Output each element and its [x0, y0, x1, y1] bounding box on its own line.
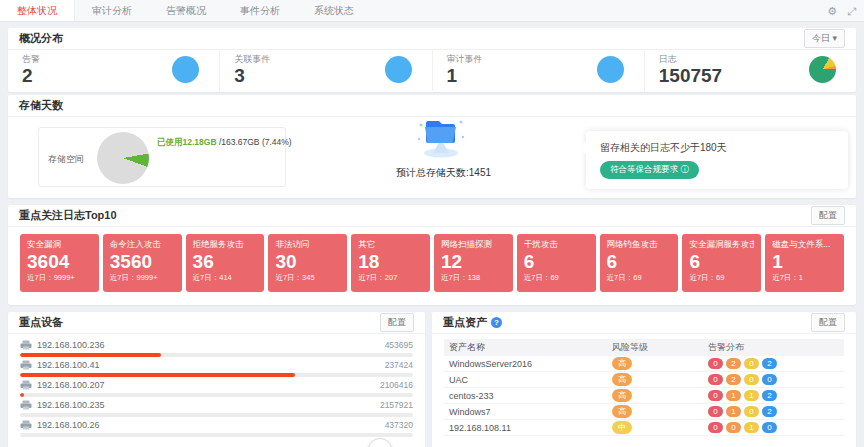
alert-badge-high: 1: [726, 406, 741, 417]
alert-badge-critical: 0: [708, 374, 723, 385]
alert-badge-high: 1: [726, 390, 741, 401]
asset-name: 192.168.108.11: [444, 423, 612, 433]
device-icon: [20, 340, 32, 350]
risk-badge: 高: [612, 405, 632, 418]
log-card-title: 网络钓鱼攻击: [607, 239, 672, 251]
gear-icon[interactable]: ⚙: [827, 5, 837, 18]
log-card-recent-value: 69: [633, 273, 641, 282]
log-card-title: 安全漏洞: [27, 239, 92, 251]
storage-days-label: 预计总存储天数:: [396, 167, 469, 178]
device-count: 2106416: [380, 380, 413, 390]
device-row[interactable]: 192.168.100.41 237424: [20, 359, 413, 379]
assets-card: 重点资产? 配置 资产名称 风险等级 告警分布 WindowsServer201…: [432, 312, 856, 447]
log-card[interactable]: 网络扫描探测 12 近7日：138: [434, 234, 513, 292]
log-card-value: 6: [689, 251, 754, 273]
log-card-recent-value: 1: [799, 273, 803, 282]
alert-badge-critical: 0: [708, 358, 723, 369]
log-card[interactable]: 安全漏洞 3604 近7日：9999+: [20, 234, 99, 292]
log-card[interactable]: 拒绝服务攻击 36 近7日：414: [186, 234, 265, 292]
storage-space-label: 存储空间: [48, 153, 84, 166]
asset-name: WindowsServer2016: [444, 359, 612, 369]
log-card-title: 非法访问: [275, 239, 340, 251]
stat-audit-events: 审计事件 1: [433, 50, 645, 91]
log-card-recent-label: 近7日：: [524, 273, 551, 282]
storage-used-text: 已使用12.18GB: [157, 137, 217, 147]
log-card[interactable]: 非法访问 30 近7日：345: [268, 234, 347, 292]
asset-row[interactable]: UAC 高 0 2 0 0: [444, 372, 844, 388]
risk-badge: 中: [612, 421, 632, 434]
log-card-value: 30: [275, 251, 340, 273]
log-card-recent-value: 9999+: [54, 273, 75, 282]
help-icon[interactable]: ?: [491, 317, 502, 328]
log-card-recent-label: 近7日：: [441, 273, 468, 282]
log-card-title: 磁盘与文件系...: [772, 239, 837, 251]
assets-config-button[interactable]: 配置: [811, 313, 845, 332]
device-row[interactable]: 192.168.100.236 453695: [20, 339, 413, 359]
alert-badge-low: 2: [762, 406, 777, 417]
alert-badge-medium: 0: [744, 406, 759, 417]
device-row[interactable]: 192.168.100.235 2157921: [20, 399, 413, 419]
device-bar-fill: [20, 373, 295, 377]
alert-badge-critical: 0: [708, 390, 723, 401]
asset-row[interactable]: 192.168.108.11 中 0 0 1 0: [444, 420, 844, 436]
device-count: 437320: [385, 420, 413, 430]
log-card[interactable]: 干扰攻击 6 近7日：69: [517, 234, 596, 292]
log-card-recent-value: 345: [302, 273, 315, 282]
device-count: 237424: [385, 360, 413, 370]
log-card-recent-label: 近7日：: [689, 273, 716, 282]
tab-event-analysis[interactable]: 事件分析: [223, 0, 297, 21]
info-icon: ⓘ: [680, 164, 689, 174]
asset-name: UAC: [444, 375, 612, 385]
asset-row[interactable]: centos-233 高 0 1 1 2: [444, 388, 844, 404]
log-card-recent-value: 69: [550, 273, 558, 282]
folder-icon: [413, 113, 469, 159]
log-card[interactable]: 安全漏洞服务攻击 6 近7日：69: [682, 234, 761, 292]
col-alert-distribution: 告警分布: [708, 341, 844, 354]
log-card-title: 干扰攻击: [524, 239, 589, 251]
alert-badge-low: 0: [762, 422, 777, 433]
log-card[interactable]: 其它 18 近7日：207: [351, 234, 430, 292]
log-card-value: 3560: [110, 251, 175, 273]
assets-title: 重点资产: [443, 316, 487, 328]
storage-space-box: 存储空间 已使用12.18GB /163.67GB (7.44%): [38, 127, 286, 187]
devices-card: 重点设备 配置 192.168.100.236 453695 192.168.1…: [8, 312, 425, 447]
device-icon: [20, 380, 32, 390]
audit-pie-chart: [597, 56, 624, 83]
log-card-recent-label: 近7日：: [193, 273, 220, 282]
asset-name: centos-233: [444, 391, 612, 401]
device-bar-track: [20, 353, 413, 357]
log-card[interactable]: 磁盘与文件系... 1 近7日：1: [765, 234, 844, 292]
log-card-title: 命令注入攻击: [110, 239, 175, 251]
devices-config-button[interactable]: 配置: [380, 313, 414, 332]
device-ip: 192.168.100.26: [37, 420, 100, 430]
stat-logs: 日志 150757: [645, 50, 856, 91]
asset-row[interactable]: WindowsServer2016 高 0 2 0 2: [444, 356, 844, 372]
log-card-value: 36: [193, 251, 258, 273]
log-card-title: 安全漏洞服务攻击: [689, 239, 754, 251]
log-card[interactable]: 网络钓鱼攻击 6 近7日：69: [600, 234, 679, 292]
top-logs-title: 重点关注日志Top10: [19, 208, 117, 223]
tab-system-status[interactable]: 系统状态: [297, 0, 371, 21]
device-bar-fill: [20, 353, 161, 357]
device-icon: [20, 420, 32, 430]
fullscreen-icon[interactable]: ⤢: [847, 5, 856, 18]
device-row[interactable]: 192.168.100.207 2106416: [20, 379, 413, 399]
period-dropdown[interactable]: 今日 ▾: [804, 29, 845, 48]
risk-badge: 高: [612, 389, 632, 402]
alert-badge-medium: 0: [744, 374, 759, 385]
overview-title: 概况分布: [19, 31, 63, 46]
tab-alert-overview[interactable]: 告警概况: [149, 0, 223, 21]
device-bar-track: [20, 433, 413, 437]
log-card-title: 网络扫描探测: [441, 239, 506, 251]
top-logs-config-button[interactable]: 配置: [811, 206, 845, 225]
tab-audit-analysis[interactable]: 审计分析: [75, 0, 149, 21]
compliance-bubble: 留存相关的日志不少于180天 符合等保合规要求 ⓘ: [586, 131, 848, 189]
device-row[interactable]: 192.168.100.26 437320: [20, 419, 413, 439]
compliance-badge[interactable]: 符合等保合规要求 ⓘ: [600, 161, 699, 179]
asset-row[interactable]: Windows7 高 0 1 0 2: [444, 404, 844, 420]
log-card[interactable]: 命令注入攻击 3560 近7日：9999+: [103, 234, 182, 292]
top-logs-card: 重点关注日志Top10 配置 安全漏洞 3604 近7日：9999+ 命令注入攻…: [8, 205, 856, 305]
device-icon: [20, 360, 32, 370]
tab-overall-status[interactable]: 整体状况: [0, 0, 75, 21]
overview-card: 概况分布 今日 ▾ 告警 2 关联事件 3 审计事件 1 日志 150757: [8, 28, 856, 92]
